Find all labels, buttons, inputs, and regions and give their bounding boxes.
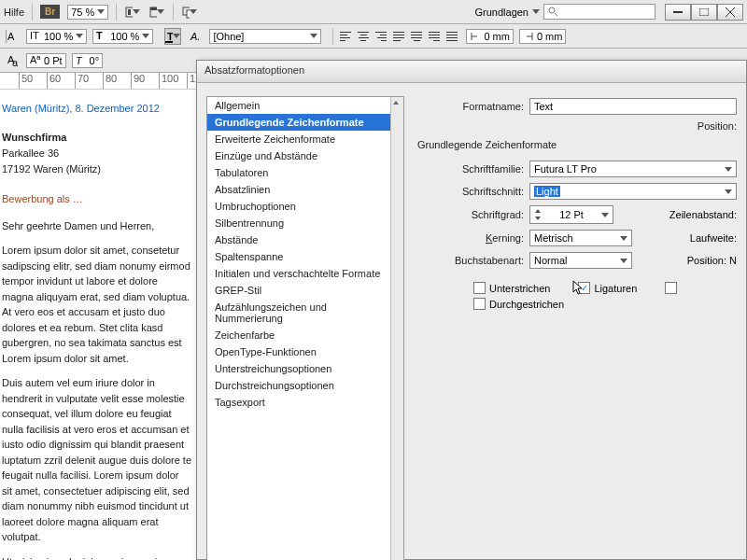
category-item[interactable]: Zeichenfarbe bbox=[207, 327, 403, 343]
category-item[interactable]: Durchstreichungsoptionen bbox=[207, 377, 403, 394]
category-item[interactable]: Silbentrennung bbox=[207, 215, 403, 231]
char-style-icon[interactable]: A. bbox=[187, 28, 204, 45]
fill-color-icon[interactable]: T bbox=[164, 28, 181, 45]
category-item[interactable]: Grundlegende Zeichenformate bbox=[207, 114, 403, 131]
leading-label: Zeilenabstand: bbox=[619, 209, 737, 220]
align-right-button[interactable] bbox=[373, 28, 389, 45]
font-style-select[interactable]: Light bbox=[529, 183, 737, 200]
category-item[interactable]: GREP-Stil bbox=[207, 282, 403, 299]
category-item[interactable]: Einzüge und Abstände bbox=[207, 147, 403, 164]
scroll-up-icon[interactable] bbox=[391, 98, 403, 107]
category-item[interactable]: Abstände bbox=[207, 231, 403, 248]
screen-mode-icon[interactable] bbox=[148, 4, 165, 21]
category-item[interactable]: Absatzlinien bbox=[207, 181, 403, 198]
close-button[interactable] bbox=[717, 4, 743, 21]
category-item[interactable]: Aufzählungszeichen und Nummerierung bbox=[207, 299, 403, 327]
addr-street: Parkallee 36 bbox=[2, 146, 191, 161]
paragraph-align-group bbox=[332, 28, 460, 45]
name-input[interactable]: Text bbox=[529, 98, 737, 115]
underline-checkbox[interactable] bbox=[473, 282, 486, 294]
arrange-icon[interactable] bbox=[181, 4, 198, 21]
category-item[interactable]: Unterstreichungsoptionen bbox=[207, 360, 403, 377]
scale-h-icon: IT bbox=[30, 32, 41, 41]
category-item[interactable]: Tagsexport bbox=[207, 394, 403, 411]
category-item[interactable]: Spaltenspanne bbox=[207, 248, 403, 265]
justify-center-button[interactable] bbox=[408, 28, 425, 45]
category-item[interactable]: Erweiterte Zeichenformate bbox=[207, 131, 403, 147]
category-item[interactable]: Umbruchoptionen bbox=[207, 198, 403, 215]
svg-text:T: T bbox=[96, 32, 103, 41]
control-panel-row1: A IT100 % T100 % T A. [Ohne] 0 mm 0 mm bbox=[0, 24, 747, 49]
top-menu-bar: Hilfe Br 75 % Grundlagen bbox=[0, 0, 747, 24]
category-item[interactable]: Initialen und verschachtelte Formate bbox=[207, 265, 403, 282]
scrollbar[interactable] bbox=[390, 97, 403, 560]
form-pane: Formatname: Text Position: Grundlegende … bbox=[417, 96, 737, 546]
font-size-select[interactable]: 12 Pt bbox=[529, 205, 613, 224]
paragraph-2: Duis autem vel eum iriure dolor in hendr… bbox=[2, 375, 191, 545]
workspace-label[interactable]: Grundlagen bbox=[475, 7, 529, 18]
svg-point-6 bbox=[549, 7, 555, 13]
svg-text:A.: A. bbox=[190, 31, 200, 42]
font-family-select[interactable]: Futura LT Pro bbox=[529, 161, 737, 177]
align-center-button[interactable] bbox=[355, 28, 372, 45]
horizontal-scale-input[interactable]: IT100 % bbox=[26, 29, 87, 44]
underline-label: Unterstrichen bbox=[489, 283, 550, 294]
justify-all-button[interactable] bbox=[444, 28, 460, 45]
addr-city: 17192 Waren (Müritz) bbox=[2, 161, 191, 177]
svg-text:Aª: Aª bbox=[30, 56, 41, 65]
search-input[interactable] bbox=[543, 4, 655, 20]
extra-checkbox[interactable] bbox=[665, 282, 677, 294]
left-indent-input[interactable]: 0 mm bbox=[466, 29, 514, 44]
skew-input[interactable]: T0° bbox=[72, 53, 104, 68]
svg-rect-9 bbox=[699, 8, 709, 16]
align-left-button[interactable] bbox=[337, 28, 354, 45]
document-text[interactable]: Waren (Müritz), 8. Dezember 2012 Wunschf… bbox=[0, 90, 201, 560]
kerning-label: Kerning: bbox=[417, 232, 524, 244]
name-label: Formatname: bbox=[417, 101, 524, 112]
char-formatting-icon[interactable]: A bbox=[4, 28, 21, 45]
greeting: Sehr geehrte Damen und Herren, bbox=[2, 218, 191, 234]
svg-text:T: T bbox=[76, 56, 83, 65]
ligatures-label: Ligaturen bbox=[594, 283, 637, 294]
checkbox-row: Unterstrichen Ligaturen bbox=[473, 282, 737, 294]
paragraph-3: Ut wisi enim ad minim veniam, quis nostr… bbox=[2, 554, 191, 561]
svg-line-7 bbox=[555, 13, 557, 16]
para-formatting-icon[interactable]: Aa bbox=[4, 52, 21, 69]
svg-text:a: a bbox=[12, 57, 19, 67]
zoom-select[interactable]: 75 % bbox=[67, 5, 108, 20]
case-select[interactable]: Normal bbox=[529, 252, 632, 269]
position-label: Position: bbox=[417, 120, 737, 132]
strikethrough-label: Durchgestrichen bbox=[489, 299, 564, 310]
baseline-shift-input[interactable]: Aª0 Pt bbox=[26, 53, 66, 68]
position-field-label: Position: N bbox=[638, 255, 737, 266]
stepper-icon[interactable] bbox=[534, 208, 542, 221]
justify-right-button[interactable] bbox=[426, 28, 443, 45]
help-menu[interactable]: Hilfe bbox=[4, 7, 24, 18]
strikethrough-checkbox[interactable] bbox=[473, 298, 486, 310]
svg-text:IT: IT bbox=[30, 32, 39, 41]
addr-company: Wunschfirma bbox=[2, 130, 191, 146]
justify-left-button[interactable] bbox=[390, 28, 407, 45]
ligatures-checkbox[interactable] bbox=[578, 282, 590, 294]
paragraph-1: Lorem ipsum dolor sit amet, consetetur s… bbox=[2, 243, 191, 366]
skew-icon: T bbox=[76, 56, 87, 65]
view-options-icon[interactable] bbox=[124, 4, 141, 21]
search-icon bbox=[548, 7, 558, 17]
vertical-scale-input[interactable]: T100 % bbox=[92, 29, 153, 44]
category-item[interactable]: Tabulatoren bbox=[207, 164, 403, 181]
indent-right-icon bbox=[523, 32, 534, 41]
char-style-select[interactable]: [Ohne] bbox=[209, 29, 321, 44]
maximize-button[interactable] bbox=[691, 4, 717, 21]
bridge-badge[interactable]: Br bbox=[40, 5, 60, 19]
minimize-button[interactable] bbox=[665, 4, 691, 21]
font-style-label: Schriftschnitt: bbox=[417, 186, 524, 197]
category-item[interactable]: OpenType-Funktionen bbox=[207, 343, 403, 360]
paragraph-style-options-dialog: Absatzformatoptionen AllgemeinGrundlegen… bbox=[196, 60, 747, 560]
subject-line: Bewerbung als … bbox=[2, 191, 191, 207]
kerning-select[interactable]: Metrisch bbox=[529, 230, 632, 246]
chevron-down-icon bbox=[532, 9, 540, 14]
scale-v-icon: T bbox=[96, 32, 107, 41]
category-item[interactable]: Allgemein bbox=[207, 97, 403, 114]
category-list[interactable]: AllgemeinGrundlegende ZeichenformateErwe… bbox=[206, 96, 404, 560]
right-indent-input[interactable]: 0 mm bbox=[519, 29, 567, 44]
